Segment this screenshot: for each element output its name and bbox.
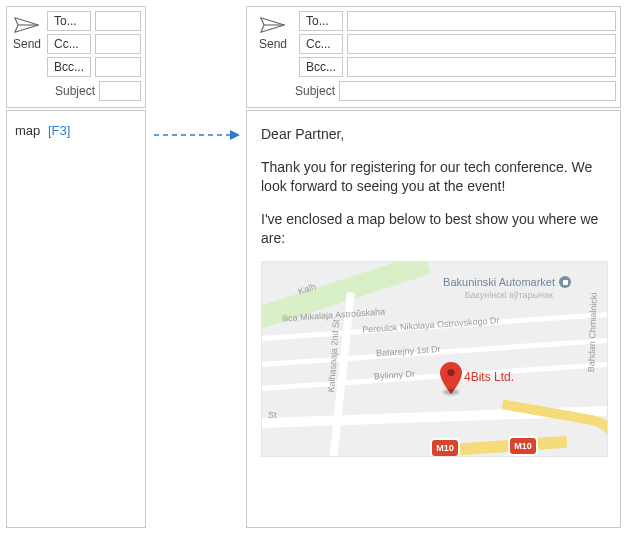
send-label: Send <box>13 37 41 51</box>
map-poi: Bakuninski Automarket <box>443 276 571 288</box>
cc-button[interactable]: Cc... <box>47 34 91 54</box>
body-paragraph: Thank you for registering for our tech c… <box>261 158 606 196</box>
subject-field[interactable] <box>99 81 141 101</box>
shop-icon <box>559 276 571 288</box>
cc-field[interactable] <box>347 34 616 54</box>
subject-label: Subject <box>251 84 335 98</box>
bcc-field[interactable] <box>347 57 616 77</box>
map-pin-label: 4Bits Ltd. <box>464 370 514 384</box>
snippet-keyword: map <box>15 123 40 138</box>
compose-header-right: Send To... Cc... Bcc... Subject <box>246 6 621 108</box>
to-field[interactable] <box>347 11 616 31</box>
subject-field[interactable] <box>339 81 616 101</box>
map-poi-sub: Бакунінскі аўтарынак <box>465 290 553 300</box>
message-body-left[interactable]: map [F3] <box>6 110 146 528</box>
snippet-shortcut: [F3] <box>48 123 70 138</box>
map-street-label: Pereulok Nikolaya Ostrovskogo Dr <box>362 316 500 336</box>
map-pin-icon <box>440 362 462 394</box>
body-paragraph: I've enclosed a map below to best show y… <box>261 210 606 248</box>
svg-point-3 <box>447 369 454 376</box>
cc-field[interactable] <box>95 34 141 54</box>
compose-header-left: Send To... Cc... Bcc... Subject <box>6 6 146 108</box>
map-street-label: Bahdan Chmialnicki <box>586 293 599 373</box>
send-icon <box>14 15 40 35</box>
expand-arrow <box>152 128 242 142</box>
bcc-button[interactable]: Bcc... <box>299 57 343 77</box>
send-label: Send <box>259 37 287 51</box>
message-body-right[interactable]: Dear Partner, Thank you for registering … <box>246 110 621 528</box>
send-icon <box>260 15 286 35</box>
map-street-label: St <box>268 410 277 420</box>
map-poi-name: Bakuninski Automarket <box>443 276 555 288</box>
route-shield: M10 <box>432 440 458 456</box>
to-button[interactable]: To... <box>299 11 343 31</box>
body-paragraph: Dear Partner, <box>261 125 606 144</box>
bcc-field[interactable] <box>95 57 141 77</box>
bcc-button[interactable]: Bcc... <box>47 57 91 77</box>
map-image: Kalh ilica Mikalaja Astroŭskaha Pereulok… <box>261 261 608 457</box>
cc-button[interactable]: Cc... <box>299 34 343 54</box>
subject-label: Subject <box>11 84 95 98</box>
route-shield: M10 <box>510 438 536 454</box>
send-button[interactable]: Send <box>251 11 295 53</box>
to-button[interactable]: To... <box>47 11 91 31</box>
to-field[interactable] <box>95 11 141 31</box>
send-button[interactable]: Send <box>11 11 43 53</box>
